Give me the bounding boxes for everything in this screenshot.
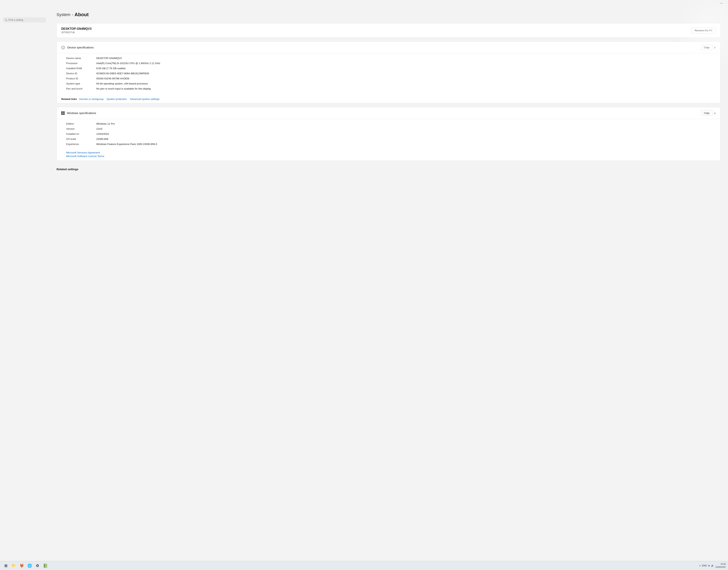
taskbar-date-display: 12/04/2022 — [715, 566, 726, 568]
windows-specs-chevron-icon[interactable]: ∧ — [714, 111, 716, 114]
win-icon-sq-2 — [63, 111, 65, 113]
ms-link-item[interactable]: Microsoft Software Licence Terms — [66, 155, 716, 158]
windows-spec-value: 21H2 — [96, 127, 716, 130]
ms-link-item[interactable]: Microsoft Services Agreement — [66, 151, 716, 154]
related-link-item[interactable]: Advanced system settings — [130, 98, 159, 100]
windows-specs-section: Windows specifications Copy ∧ Edition Wi… — [56, 107, 720, 161]
windows-specs-header-left: Windows specifications — [61, 111, 96, 115]
taskbar-sys-tray: ∧ ENG ⊛ 🔊 — [699, 564, 714, 567]
windows-spec-row: Experience Windows Feature Experience Pa… — [66, 141, 716, 147]
taskbar-volume-icon: 🔊 — [711, 564, 714, 567]
device-spec-row: Processor Intel(R) Core(TM) i5-10210U CP… — [66, 61, 716, 66]
taskbar-settings-icon[interactable]: ⚙ — [34, 562, 41, 569]
windows-spec-label: OS build — [66, 137, 96, 140]
device-specs-header: Device specifications Copy ∧ — [57, 42, 720, 53]
device-spec-row: Device name DESKTOP-GN4MQV3 — [66, 56, 716, 61]
sidebar-search[interactable] — [3, 17, 46, 22]
windows-spec-label: Version — [66, 127, 96, 130]
windows-spec-row: Edition Windows 11 Pro — [66, 121, 716, 126]
device-spec-value: 00330-53245-56798-AAOEM — [96, 77, 716, 80]
win-icon-sq-1 — [61, 111, 63, 113]
device-specs-title: Device specifications — [67, 46, 94, 49]
search-icon — [5, 19, 7, 21]
windows-spec-row: Version 21H2 — [66, 126, 716, 131]
title-bar: — — [0, 0, 728, 6]
device-spec-label: System type — [66, 82, 96, 85]
taskbar-right: ∧ ENG ⊛ 🔊 10:30 12/04/2022 — [699, 563, 726, 568]
taskbar-left: ⊞ 📁 🦊 🌐 ⚙ 📗 — [2, 562, 49, 569]
device-specs-table: Device name DESKTOP-GN4MQV3 Processor In… — [57, 53, 720, 95]
pc-name-card: DESKTOP-GN4MQV3 20TI0027UK Rename this P… — [56, 23, 720, 38]
taskbar-lang: ENG — [702, 564, 707, 567]
breadcrumb-system[interactable]: System — [56, 12, 70, 17]
main-content: System › About DESKTOP-GN4MQV3 20TI0027U… — [49, 6, 728, 561]
related-links-label: Related links — [61, 98, 77, 100]
taskbar-firefox-icon[interactable]: 🦊 — [18, 562, 25, 569]
windows-specs-title: Windows specifications — [67, 111, 96, 114]
taskbar-wifi-icon: ⊛ — [708, 564, 710, 567]
device-spec-label: Device ID — [66, 72, 96, 75]
windows-spec-label: Installed on — [66, 132, 96, 135]
pc-hostname: DESKTOP-GN4MQV3 — [61, 27, 92, 30]
device-specs-chevron-icon[interactable]: ∧ — [714, 46, 716, 49]
device-spec-row: Product ID 00330-53245-56798-AAOEM — [66, 76, 716, 81]
pc-model: 20TI0027UK — [61, 31, 92, 34]
taskbar-chevron-icon[interactable]: ∧ — [699, 564, 701, 567]
pc-name-info: DESKTOP-GN4MQV3 20TI0027UK — [61, 27, 92, 34]
device-spec-label: Processor — [66, 62, 96, 65]
device-spec-value: 8.00 GB (7.76 GB usable) — [96, 67, 716, 70]
related-settings-section: Related settings — [56, 165, 720, 174]
device-specs-header-right: Copy ∧ — [701, 45, 716, 50]
device-spec-row: System type 64-bit operating system, x64… — [66, 81, 716, 86]
windows-spec-value: Windows 11 Pro — [96, 122, 716, 125]
windows-spec-row: Installed on 12/04/2022 — [66, 131, 716, 136]
device-spec-value: 0C66DC40-D9E5-4DE7-808A-BB191268FB39 — [96, 72, 716, 75]
related-links: Related links Domain or workgroup System… — [57, 95, 720, 103]
device-spec-row: Installed RAM 8.00 GB (7.76 GB usable) — [66, 66, 716, 71]
device-spec-value: 64-bit operating system, x64-based proce… — [96, 82, 716, 85]
taskbar-clock[interactable]: 10:30 12/04/2022 — [715, 563, 726, 568]
device-spec-label: Device name — [66, 57, 96, 59]
search-input[interactable] — [8, 18, 44, 21]
sidebar — [0, 6, 49, 561]
windows-specs-header-right: Copy ∧ — [701, 110, 716, 116]
windows-specs-header: Windows specifications Copy ∧ — [57, 107, 720, 119]
windows-icon — [61, 111, 65, 115]
device-spec-row: Pen and touch No pen or touch input is a… — [66, 86, 716, 91]
breadcrumb-separator: › — [72, 13, 73, 17]
device-specs-copy-button[interactable]: Copy — [701, 45, 712, 50]
related-link-item[interactable]: Domain or workgroup — [79, 98, 103, 100]
windows-spec-value: Windows Feature Experience Pack 1000.220… — [96, 143, 716, 146]
taskbar-start-button[interactable]: ⊞ — [2, 562, 9, 569]
breadcrumb-about: About — [74, 12, 88, 18]
windows-spec-label: Experience — [66, 143, 96, 146]
info-icon — [61, 46, 65, 49]
minimize-button[interactable]: — — [717, 0, 726, 6]
taskbar-excel-icon[interactable]: 📗 — [42, 562, 49, 569]
windows-spec-value: 12/04/2022 — [96, 132, 716, 135]
windows-spec-label: Edition — [66, 122, 96, 125]
ms-links-section: Microsoft Services AgreementMicrosoft So… — [57, 151, 720, 161]
taskbar: ⊞ 📁 🦊 🌐 ⚙ 📗 ∧ ENG ⊛ 🔊 10:30 12/04/2022 — [0, 561, 728, 570]
taskbar-chrome-icon[interactable]: 🌐 — [26, 562, 33, 569]
related-settings-title: Related settings — [56, 168, 720, 171]
device-spec-value: Intel(R) Core(TM) i5-10210U CPU @ 1.60GH… — [96, 62, 716, 65]
device-spec-label: Installed RAM — [66, 67, 96, 70]
windows-specs-table: Edition Windows 11 Pro Version 21H2 Inst… — [57, 119, 720, 151]
device-spec-row: Device ID 0C66DC40-D9E5-4DE7-808A-BB1912… — [66, 71, 716, 76]
taskbar-files-icon[interactable]: 📁 — [10, 562, 17, 569]
device-specs-section: Device specifications Copy ∧ Device name… — [56, 41, 720, 103]
win-icon-sq-4 — [63, 113, 65, 115]
app-container: System › About DESKTOP-GN4MQV3 20TI0027U… — [0, 6, 728, 561]
device-specs-header-left: Device specifications — [61, 46, 94, 49]
windows-specs-copy-button[interactable]: Copy — [701, 110, 712, 116]
taskbar-time-display: 10:30 — [715, 563, 726, 565]
win-icon-sq-3 — [61, 113, 63, 115]
related-link-item[interactable]: System protection — [106, 98, 127, 100]
windows-spec-row: OS build 22000.856 — [66, 136, 716, 141]
device-spec-label: Pen and touch — [66, 87, 96, 90]
rename-pc-button[interactable]: Rename this PC — [691, 27, 716, 34]
breadcrumb: System › About — [56, 12, 720, 18]
device-spec-label: Product ID — [66, 77, 96, 80]
svg-point-2 — [63, 47, 63, 47]
